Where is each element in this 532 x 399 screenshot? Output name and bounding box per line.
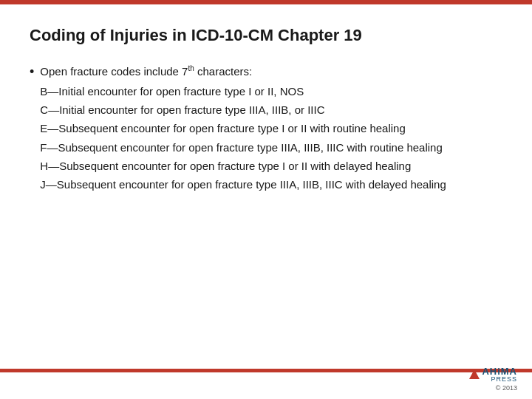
sub-item-b: B—Initial encounter for open fracture ty… (40, 83, 446, 100)
bottom-bar (0, 369, 532, 372)
sub-item-j: J—Subsequent encounter for open fracture… (40, 176, 446, 193)
sub-item-f: F—Subsequent encounter for open fracture… (40, 139, 446, 156)
text-b: Initial encounter for open fracture type… (58, 85, 304, 98)
logo-text-block: AHiMA PRESS (482, 366, 517, 383)
sub-item-c: C—Initial encounter for open fracture ty… (40, 101, 446, 118)
text-c: Initial encounter for open fracture type… (59, 103, 324, 116)
ahima-logo-container: AHiMA PRESS (469, 366, 517, 383)
sub-items-list: B—Initial encounter for open fracture ty… (40, 83, 446, 194)
code-e: E— (40, 122, 58, 134)
text-j: Subsequent encounter for open fracture t… (57, 178, 446, 191)
slide-container: Coding of Injuries in ICD-10-CM Chapter … (0, 0, 532, 399)
code-h: H— (40, 160, 59, 172)
bullet-content: Open fracture codes include 7th characte… (40, 63, 446, 195)
bullet-intro-text: Open fracture codes include 7th characte… (40, 65, 252, 78)
sub-item-h: H—Subsequent encounter for open fracture… (40, 157, 446, 174)
bullet-list: • Open fracture codes include 7th charac… (30, 63, 502, 195)
code-b: B— (40, 85, 58, 98)
content-area: Coding of Injuries in ICD-10-CM Chapter … (0, 4, 532, 212)
footer: AHiMA PRESS © 2013 (469, 366, 517, 392)
code-f: F— (40, 141, 58, 154)
slide-title: Coding of Injuries in ICD-10-CM Chapter … (30, 25, 502, 47)
copyright-text: © 2013 (496, 384, 517, 392)
sub-item-e: E—Subsequent encounter for open fracture… (40, 120, 446, 137)
main-bullet: • Open fracture codes include 7th charac… (30, 63, 502, 195)
text-e: Subsequent encounter for open fracture t… (58, 122, 405, 134)
text-f: Subsequent encounter for open fracture t… (58, 141, 442, 154)
text-h: Subsequent encounter for open fracture t… (59, 160, 411, 172)
bullet-dot: • (30, 63, 34, 81)
code-c: C— (40, 103, 59, 116)
code-j: J— (40, 178, 57, 191)
logo-triangle-icon (469, 369, 480, 379)
